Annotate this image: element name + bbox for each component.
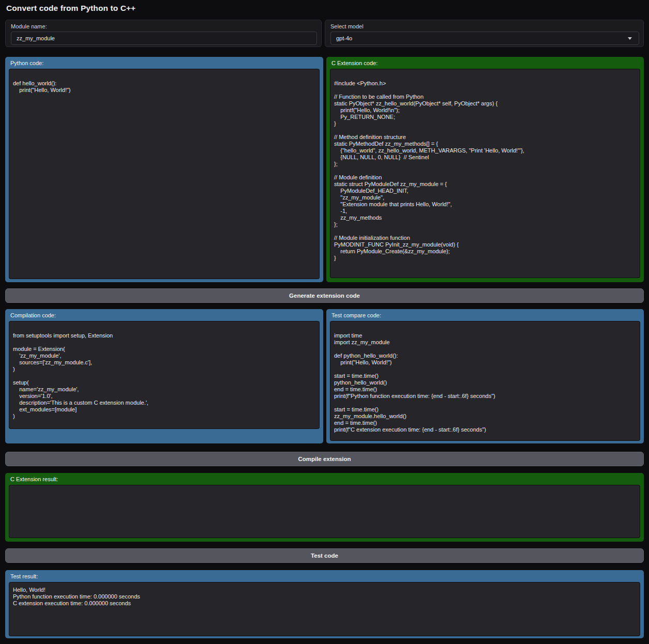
model-dropdown-value: gpt-4o xyxy=(336,35,352,41)
compile-extension-button[interactable]: Compile extension xyxy=(5,452,644,466)
test-code-button[interactable]: Test code xyxy=(5,548,644,563)
compilation-code-textarea[interactable]: from setuptools import setup, Extension … xyxy=(9,321,320,429)
c-extension-code-panel: C Extension code: #include <Python.h> //… xyxy=(326,57,644,282)
generate-extension-code-button[interactable]: Generate extension code xyxy=(5,288,644,303)
c-extension-result-panel: C Extension result: xyxy=(5,473,644,542)
python-code-panel: Python code: def hello_world(): print("H… xyxy=(5,57,323,282)
c-extension-result-label: C Extension result: xyxy=(10,476,58,482)
test-compare-code-label: Test compare code: xyxy=(331,312,381,318)
model-label: Select model xyxy=(330,23,364,29)
compilation-code-panel: Compilation code: from setuptools import… xyxy=(5,309,323,443)
module-name-block: Module name: xyxy=(5,20,322,47)
test-result-label: Test result: xyxy=(10,573,38,579)
c-extension-code-textarea[interactable]: #include <Python.h> // Function to be ca… xyxy=(330,69,640,278)
model-dropdown[interactable]: gpt-4o xyxy=(330,32,639,45)
compilation-code-label: Compilation code: xyxy=(10,312,56,318)
module-name-input[interactable] xyxy=(11,32,317,45)
chevron-down-icon xyxy=(628,37,632,40)
test-compare-code-panel: Test compare code: import time import zz… xyxy=(326,309,644,443)
c-extension-code-label: C Extension code: xyxy=(331,60,378,66)
app-root: Convert code from Python to C++ Module n… xyxy=(0,0,649,644)
module-name-label: Module name: xyxy=(11,23,47,29)
test-result-panel: Test result: Hello, World! Python functi… xyxy=(5,570,644,638)
python-code-textarea[interactable]: def hello_world(): print("Hello, World!"… xyxy=(9,69,320,279)
page-title: Convert code from Python to C++ xyxy=(6,4,135,13)
c-extension-result-textarea[interactable] xyxy=(9,485,640,538)
model-block: Select model gpt-4o xyxy=(325,20,644,47)
test-compare-code-textarea[interactable]: import time import zz_my_module def pyth… xyxy=(330,321,640,441)
python-code-label: Python code: xyxy=(10,60,43,66)
test-result-textarea[interactable]: Hello, World! Python function execution … xyxy=(9,582,640,636)
